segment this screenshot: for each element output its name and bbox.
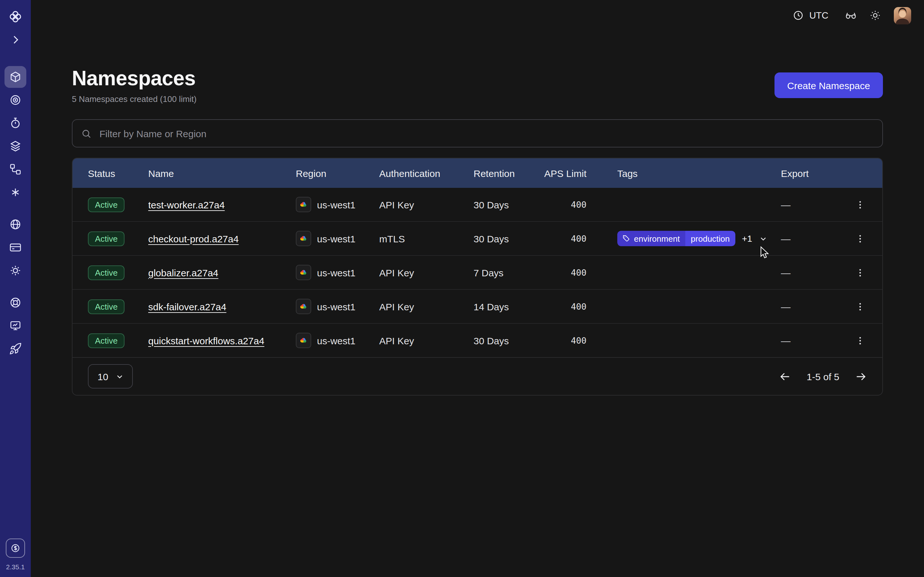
namespace-link[interactable]: test-worker.a27a4 xyxy=(148,199,225,210)
row-menu-button[interactable] xyxy=(853,300,867,313)
sidebar-item-getting-started[interactable] xyxy=(5,338,26,359)
namespace-link[interactable]: checkout-prod.a27a4 xyxy=(148,233,239,244)
timezone-button[interactable]: UTC xyxy=(788,9,832,22)
user-avatar[interactable] xyxy=(894,7,911,24)
globe-icon xyxy=(9,218,22,231)
kebab-menu-icon xyxy=(855,301,866,312)
table-row: Active checkout-prod.a27a4 xyxy=(73,222,882,256)
aps-limit-value: 400 xyxy=(544,335,586,346)
namespace-link[interactable]: sdk-failover.a27a4 xyxy=(148,301,226,312)
sidebar-bottom: 2.35.1 xyxy=(6,538,25,571)
auth-label: API Key xyxy=(379,199,473,210)
status-badge: Active xyxy=(88,197,125,212)
temporal-logo[interactable] xyxy=(5,6,26,27)
col-export: Export xyxy=(773,168,841,179)
tags-expand-button[interactable] xyxy=(758,234,768,243)
sidebar-item-settings[interactable] xyxy=(5,259,26,282)
aps-limit-value: 400 xyxy=(544,268,586,277)
glasses-button[interactable] xyxy=(845,10,857,21)
next-page-button[interactable] xyxy=(855,370,867,382)
aps-limit-value: 400 xyxy=(544,234,586,243)
retention-label: 30 Days xyxy=(473,199,544,210)
filter-bar xyxy=(72,119,883,147)
page-title: Namespaces xyxy=(72,67,197,90)
sidebar-item-workflows[interactable] xyxy=(5,89,26,111)
row-menu-button[interactable] xyxy=(853,198,867,211)
export-value: — xyxy=(773,335,841,346)
region-label: us-west1 xyxy=(317,267,355,278)
auth-label: API Key xyxy=(379,301,473,312)
sidebar-expand-button[interactable] xyxy=(5,29,26,51)
export-value: — xyxy=(773,233,841,244)
kebab-menu-icon xyxy=(855,267,866,278)
topbar: UTC xyxy=(31,0,924,31)
row-menu-button[interactable] xyxy=(853,232,867,245)
sidebar-item-support[interactable] xyxy=(5,292,26,314)
sidebar-item-nexus[interactable] xyxy=(5,181,26,203)
sidebar-item-billing[interactable] xyxy=(5,237,26,258)
filter-input[interactable] xyxy=(98,127,874,139)
region-label: us-west1 xyxy=(317,233,355,244)
namespace-link[interactable]: globalizer.a27a4 xyxy=(148,267,218,278)
sidebar-item-schedules[interactable] xyxy=(5,112,26,134)
rocket-icon xyxy=(9,342,22,355)
dollar-coin-icon xyxy=(10,542,21,554)
retention-label: 14 Days xyxy=(473,301,544,312)
page-range-label: 1-5 of 5 xyxy=(806,371,839,382)
monitor-icon xyxy=(9,319,22,332)
chevron-down-icon xyxy=(115,372,124,381)
page-size-value: 10 xyxy=(97,371,108,382)
col-authentication: Authentication xyxy=(379,168,473,179)
status-badge: Active xyxy=(88,299,125,314)
table-row: Active quickstart-workflows.a27a4 xyxy=(73,324,882,358)
tag-chip[interactable]: environmentproduction xyxy=(617,231,736,246)
table-footer: 10 1-5 of 5 xyxy=(73,358,882,395)
app-version: 2.35.1 xyxy=(6,563,25,571)
timezone-label: UTC xyxy=(809,10,829,21)
gcp-icon xyxy=(296,197,311,212)
col-status: Status xyxy=(88,168,148,179)
status-badge: Active xyxy=(88,265,125,280)
gcp-icon xyxy=(296,265,311,280)
row-menu-button[interactable] xyxy=(853,334,867,347)
row-menu-button[interactable] xyxy=(853,266,867,279)
region-label: us-west1 xyxy=(317,199,355,210)
asterisk-icon xyxy=(9,186,22,199)
arrow-left-icon xyxy=(779,370,791,382)
sidebar-item-namespaces[interactable] xyxy=(5,66,26,88)
table-row: Active globalizer.a27a4 xyxy=(73,256,882,290)
aps-limit-value: 400 xyxy=(544,199,586,210)
sidebar-item-deployments[interactable] xyxy=(5,135,26,157)
sidebar: 2.35.1 xyxy=(0,0,31,577)
gear-icon xyxy=(9,264,22,277)
namespace-link[interactable]: quickstart-workflows.a27a4 xyxy=(148,335,264,346)
page-header: Namespaces 5 Namespaces created (100 lim… xyxy=(72,67,883,104)
credit-card-icon xyxy=(9,241,22,254)
sidebar-item-feedback[interactable] xyxy=(5,315,26,337)
gcp-icon xyxy=(296,333,311,348)
col-aps-limit: APS Limit xyxy=(544,168,586,179)
theme-toggle-button[interactable] xyxy=(869,10,881,21)
col-region: Region xyxy=(296,168,379,179)
auth-label: API Key xyxy=(379,335,473,346)
retention-label: 7 Days xyxy=(473,267,544,278)
gcp-icon xyxy=(296,231,311,246)
kebab-menu-icon xyxy=(855,335,866,346)
export-value: — xyxy=(773,267,841,278)
page-size-select[interactable]: 10 xyxy=(88,364,132,388)
sun-icon xyxy=(869,10,881,21)
create-namespace-button[interactable]: Create Namespace xyxy=(774,73,883,98)
layers-icon xyxy=(9,140,22,153)
namespaces-table: Status Name Region Authentication Retent… xyxy=(72,158,883,396)
kebab-menu-icon xyxy=(855,199,866,210)
sidebar-item-usage[interactable] xyxy=(5,213,26,235)
prev-page-button[interactable] xyxy=(779,370,791,382)
export-value: — xyxy=(773,301,841,312)
avatar-portrait xyxy=(894,7,911,24)
tags-more-count: +1 xyxy=(742,234,752,243)
sidebar-item-batch-operations[interactable] xyxy=(5,158,26,180)
usage-credits-button[interactable] xyxy=(6,538,25,558)
tag-key: environment xyxy=(634,234,680,243)
gcp-icon xyxy=(296,299,311,314)
main-content: Namespaces 5 Namespaces created (100 lim… xyxy=(31,31,924,577)
